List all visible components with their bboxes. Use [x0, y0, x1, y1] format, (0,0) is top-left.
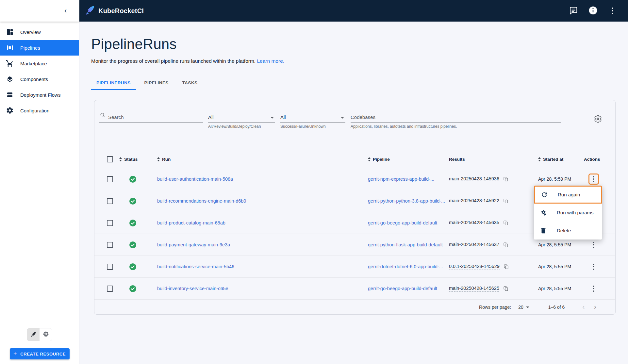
- table-header: Status Run Pipeline Results Started at A…: [94, 150, 615, 168]
- result-value: All: [280, 114, 341, 120]
- header-status[interactable]: Status: [119, 157, 152, 162]
- sidebar-item-configuration[interactable]: Configuration: [0, 103, 79, 118]
- sidebar-nav: Overview Pipelines Marketplace Component…: [0, 22, 79, 118]
- codebases-input[interactable]: [351, 114, 561, 120]
- row-checkbox[interactable]: [107, 176, 113, 182]
- status-cell: [119, 197, 152, 205]
- rocket-logo-icon: [85, 5, 95, 17]
- copy-button[interactable]: [503, 198, 509, 205]
- tab-tasks[interactable]: TASKS: [177, 76, 203, 90]
- sidebar-item-pipelines[interactable]: Pipelines: [0, 40, 79, 56]
- feedback-button[interactable]: [568, 5, 579, 16]
- chevron-down-icon: [526, 306, 529, 308]
- result-link[interactable]: main-20250428-145625: [449, 286, 499, 292]
- row-actions-button[interactable]: [588, 261, 599, 272]
- row-actions-button[interactable]: [588, 174, 599, 185]
- result-helper: Success/Failure/Unknown: [280, 124, 345, 129]
- pipeline-link[interactable]: gerrit-python-flask-app-build-default: [368, 242, 443, 247]
- sort-icon: [157, 157, 160, 161]
- learn-more-link[interactable]: Learn more.: [257, 58, 284, 64]
- search-input[interactable]: [108, 114, 203, 120]
- pipeline-link[interactable]: gerrit-python-python-3.8-app-build-...: [368, 198, 445, 204]
- run-link[interactable]: build-user-authentication-main-508a: [157, 176, 233, 182]
- info-button[interactable]: [587, 5, 599, 16]
- header-actions: Actions: [584, 157, 605, 162]
- create-resource-button[interactable]: + CREATE RESOURCE: [10, 348, 70, 359]
- sidebar-item-components[interactable]: Components: [0, 71, 79, 87]
- copy-button[interactable]: [503, 176, 509, 183]
- header-started-at[interactable]: Started at: [538, 157, 584, 162]
- pipeline-link[interactable]: gerrit-go-beego-app-build-default: [368, 286, 437, 291]
- previous-page-button[interactable]: ‹: [578, 304, 589, 311]
- sidebar-item-label: Marketplace: [20, 61, 47, 66]
- result-link[interactable]: main-20250428-145922: [449, 198, 499, 204]
- sidebar-item-overview[interactable]: Overview: [0, 24, 79, 40]
- row-actions-button[interactable]: [588, 283, 599, 294]
- pipeline-link[interactable]: gerrit-npm-express-app-build-...: [368, 176, 434, 182]
- copy-icon: [503, 286, 509, 291]
- status-success-icon: [129, 175, 137, 183]
- row-checkbox[interactable]: [107, 286, 113, 292]
- filter-bar: All All/Review/Build/Deploy/Clean All Su…: [94, 100, 615, 129]
- header-results: Results: [449, 157, 538, 162]
- row-actions-menu: Run again Run with params Delete: [534, 186, 602, 240]
- status-success-icon: [129, 285, 137, 292]
- copy-button[interactable]: [503, 263, 510, 270]
- next-page-button[interactable]: ›: [589, 304, 601, 311]
- topbar-more-button[interactable]: [607, 5, 618, 16]
- sidebar-item-marketplace[interactable]: Marketplace: [0, 56, 79, 71]
- tab-pipelines[interactable]: PIPELINES: [139, 76, 174, 90]
- pagination-bar: Rows per page: 20 1–6 of 6 ‹ ›: [94, 300, 615, 314]
- result-link[interactable]: main-20250428-145637: [449, 242, 499, 248]
- run-link[interactable]: build-payment-gateway-main-9e3a: [157, 242, 230, 247]
- sidebar-item-deployment-flows[interactable]: Deployment Flows: [0, 87, 79, 103]
- status-success-icon: [129, 197, 137, 205]
- run-link[interactable]: build-product-catalog-main-68ab: [157, 220, 225, 225]
- result-link[interactable]: 0.0.1-20250428-145629: [449, 264, 500, 270]
- menu-item-delete[interactable]: Delete: [534, 222, 602, 240]
- rocket-view-toggle[interactable]: [27, 328, 40, 341]
- pipeline-link[interactable]: gerrit-dotnet-dotnet-6.0-app-build-...: [368, 264, 443, 269]
- row-checkbox[interactable]: [107, 242, 113, 248]
- sidebar-collapse-button[interactable]: ‹: [62, 7, 69, 15]
- copy-icon: [504, 264, 509, 270]
- run-link[interactable]: build-notifications-service-main-5b46: [157, 264, 234, 269]
- select-all-checkbox[interactable]: [107, 156, 113, 162]
- menu-item-run-with-params[interactable]: Run with params: [534, 204, 602, 222]
- row-checkbox[interactable]: [107, 220, 113, 226]
- run-link[interactable]: build-inventory-service-main-c65e: [157, 286, 228, 291]
- kebab-icon: [593, 242, 594, 248]
- plus-icon: +: [13, 351, 17, 357]
- row-checkbox[interactable]: [107, 264, 113, 270]
- kubernetes-view-toggle[interactable]: [40, 328, 52, 341]
- header-pipeline[interactable]: Pipeline: [363, 157, 449, 162]
- copy-button[interactable]: [503, 220, 509, 226]
- pipeline-type-value: All: [208, 114, 271, 120]
- chat-icon: [569, 6, 578, 16]
- result-select[interactable]: All Success/Failure/Unknown: [280, 111, 345, 129]
- status-success-icon: [129, 241, 137, 249]
- pipeline-link[interactable]: gerrit-go-beego-app-build-default: [368, 220, 437, 225]
- copy-button[interactable]: [503, 285, 509, 292]
- copy-button[interactable]: [503, 241, 509, 248]
- menu-item-run-again[interactable]: Run again: [534, 186, 602, 204]
- header-run[interactable]: Run: [152, 157, 363, 162]
- row-actions-button[interactable]: [588, 239, 599, 250]
- search-icon: [100, 112, 106, 119]
- row-checkbox[interactable]: [107, 198, 113, 204]
- rows-per-page-select[interactable]: 20: [518, 305, 529, 310]
- trash-icon: [540, 227, 547, 234]
- result-link[interactable]: main-20250428-145936: [449, 176, 499, 182]
- topbar: KubeRocketCI: [79, 0, 628, 22]
- pipelines-icon: [6, 44, 14, 52]
- info-icon: [588, 6, 598, 16]
- sidebar-footer: + CREATE RESOURCE: [0, 328, 79, 364]
- result-link[interactable]: main-20250428-145635: [449, 220, 499, 226]
- table-row: build-inventory-service-main-c65e gerrit…: [94, 278, 615, 300]
- run-link[interactable]: build-recommendations-engine-main-d6b0: [157, 198, 246, 204]
- status-cell: [119, 263, 152, 271]
- chevron-left-icon: ‹: [582, 303, 585, 311]
- pipeline-type-select[interactable]: All All/Review/Build/Deploy/Clean: [208, 111, 275, 129]
- tab-pipelineruns[interactable]: PIPELINERUNS: [91, 76, 136, 90]
- table-settings-button[interactable]: [594, 111, 602, 124]
